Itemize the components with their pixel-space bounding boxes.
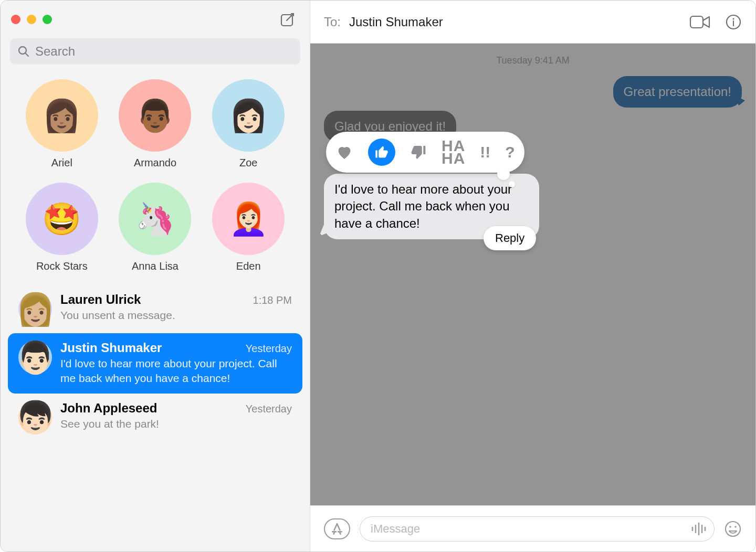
- svg-point-4: [733, 18, 734, 19]
- info-icon: [725, 14, 742, 30]
- tapback-thumbs-down[interactable]: [410, 144, 427, 161]
- svg-rect-2: [690, 16, 703, 28]
- pinned-contact-eden[interactable]: 👩🏻‍🦰 Eden: [202, 183, 295, 272]
- to-name: Justin Shumaker: [349, 15, 443, 29]
- svg-point-5: [726, 522, 740, 536]
- minimize-window-button[interactable]: [27, 15, 36, 24]
- pinned-name: Armando: [109, 157, 202, 169]
- conversation-content: Justin Shumaker Yesterday I'd love to he…: [60, 341, 292, 386]
- conversation-preview: You unsent a message.: [60, 308, 292, 323]
- thumbs-down-icon: [410, 144, 427, 161]
- tapback-heart[interactable]: [335, 143, 353, 161]
- pinned-name: Rock Stars: [15, 260, 109, 272]
- conversation-lauren[interactable]: 👩🏼 Lauren Ulrick 1:18 PM You unsent a me…: [8, 285, 302, 333]
- chat-body: Tuesday 9:41 AM Great presentation! Glad…: [310, 44, 755, 505]
- appstore-icon: [330, 522, 344, 536]
- pinned-contact-annalisa[interactable]: 🦄 Anna Lisa: [109, 183, 202, 272]
- compose-icon: [279, 11, 296, 28]
- tapback-tail: [497, 167, 510, 180]
- messages-window: 👩🏽 Ariel 👨🏾 Armando 👩🏻 Zoe 🤩 Rock Stars …: [0, 0, 756, 552]
- search-input[interactable]: [35, 44, 293, 59]
- svg-point-7: [734, 526, 737, 528]
- conversation-list: 👩🏼 Lauren Ulrick 1:18 PM You unsent a me…: [1, 278, 310, 551]
- search-icon: [17, 45, 30, 58]
- pinned-name: Ariel: [15, 157, 109, 169]
- reply-button[interactable]: Reply: [484, 226, 536, 250]
- conversation-john[interactable]: 👦🏻 John Appleseed Yesterday See you at t…: [8, 394, 302, 442]
- facetime-button[interactable]: [689, 14, 710, 30]
- pinned-name: Zoe: [202, 157, 295, 169]
- waveform-icon: [691, 522, 707, 536]
- avatar: 👩🏻‍🦰: [212, 183, 285, 255]
- search-field[interactable]: [10, 38, 300, 65]
- avatar: 👩🏻: [212, 79, 285, 152]
- apps-button[interactable]: [324, 518, 350, 539]
- pinned-contact-rockstars[interactable]: 🤩 Rock Stars: [15, 183, 109, 272]
- tapback-haha[interactable]: HAHA: [442, 140, 465, 165]
- search-container: [1, 38, 310, 70]
- pinned-name: Anna Lisa: [109, 260, 202, 272]
- message-input[interactable]: [371, 522, 691, 536]
- sidebar: 👩🏽 Ariel 👨🏾 Armando 👩🏻 Zoe 🤩 Rock Stars …: [1, 1, 310, 551]
- conversation-time: 1:18 PM: [253, 294, 292, 306]
- conversation-content: John Appleseed Yesterday See you at the …: [60, 401, 292, 431]
- pinned-grid: 👩🏽 Ariel 👨🏾 Armando 👩🏻 Zoe 🤩 Rock Stars …: [1, 70, 310, 278]
- tapback-question[interactable]: ?: [505, 143, 514, 161]
- thumbs-up-icon: [374, 145, 389, 160]
- window-controls: [11, 15, 52, 24]
- video-icon: [689, 15, 710, 29]
- tapback-exclaim[interactable]: !!: [480, 143, 490, 161]
- avatar: 👨🏾: [119, 79, 191, 152]
- message-input-container[interactable]: [360, 516, 715, 542]
- composer: [310, 505, 755, 551]
- titlebar: [1, 1, 310, 38]
- conversation-content: Lauren Ulrick 1:18 PM You unsent a messa…: [60, 292, 292, 323]
- pinned-contact-ariel[interactable]: 👩🏽 Ariel: [15, 79, 109, 169]
- chat-header: To: Justin Shumaker: [310, 1, 755, 44]
- chat-pane: To: Justin Shumaker: [310, 1, 755, 551]
- emoji-picker-button[interactable]: [724, 520, 742, 538]
- avatar: 👩🏼: [18, 292, 52, 326]
- avatar: 🦄: [119, 183, 191, 255]
- conversation-name: John Appleseed: [60, 401, 157, 416]
- conversation-time: Yesterday: [246, 403, 292, 415]
- tapback-dim-overlay: [310, 44, 755, 505]
- conversation-name: Justin Shumaker: [60, 341, 162, 355]
- fullscreen-window-button[interactable]: [43, 15, 52, 24]
- pinned-contact-zoe[interactable]: 👩🏻 Zoe: [202, 79, 295, 169]
- avatar: 👦🏻: [18, 401, 52, 434]
- header-actions: [689, 14, 742, 30]
- pinned-contact-armando[interactable]: 👨🏾 Armando: [109, 79, 202, 169]
- avatar: 🤩: [26, 183, 98, 255]
- heart-icon: [335, 143, 353, 161]
- avatar: 👩🏽: [26, 79, 98, 152]
- details-button[interactable]: [725, 14, 742, 30]
- conversation-name: Lauren Ulrick: [60, 292, 141, 307]
- tapback-menu: HAHA !! ?: [326, 132, 524, 173]
- conversation-preview: I'd love to hear more about your project…: [60, 356, 292, 386]
- avatar: 👨🏻: [18, 341, 52, 374]
- voice-message-button[interactable]: [691, 522, 707, 536]
- conversation-justin[interactable]: 👨🏻 Justin Shumaker Yesterday I'd love to…: [8, 333, 302, 394]
- compose-button[interactable]: [276, 8, 299, 31]
- conversation-preview: See you at the park!: [60, 417, 292, 431]
- close-window-button[interactable]: [11, 15, 20, 24]
- tapback-tail: [509, 181, 515, 187]
- to-label: To:: [324, 15, 341, 29]
- tapback-thumbs-up[interactable]: [368, 139, 395, 166]
- pinned-name: Eden: [202, 260, 295, 272]
- conversation-time: Yesterday: [246, 343, 292, 355]
- smiley-icon: [724, 520, 742, 538]
- svg-point-6: [729, 526, 731, 528]
